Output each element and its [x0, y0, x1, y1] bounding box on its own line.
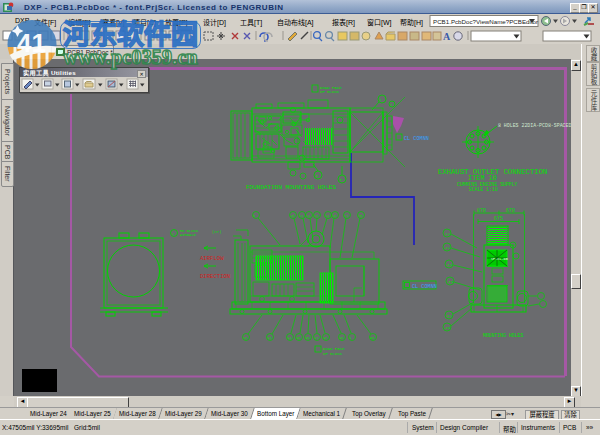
svg-text:12: 12: [306, 214, 310, 218]
svg-text:46: 46: [305, 336, 309, 340]
svg-text:44: 44: [287, 336, 291, 340]
svg-text:8: 8: [253, 214, 255, 218]
svg-text:CL COMNN: CL COMNN: [412, 284, 437, 290]
svg-text:MOUNTING HOLES: MOUNTING HOLES: [483, 333, 523, 338]
svg-text:90: 90: [370, 336, 374, 340]
svg-text:OF BLOCK: OF BLOCK: [320, 90, 340, 94]
svg-text:675: 675: [494, 216, 503, 222]
svg-text:10: 10: [290, 214, 294, 218]
svg-text:40: 40: [445, 326, 450, 330]
svg-text:14: 14: [325, 214, 329, 218]
svg-text:D: D: [316, 174, 318, 178]
svg-text:48: 48: [323, 336, 327, 340]
svg-text:(CT): (CT): [212, 230, 222, 234]
svg-text:61: 61: [447, 314, 452, 318]
svg-text:41: 41: [445, 246, 450, 250]
svg-text:FOUNDATION MOUNTING HOLES: FOUNDATION MOUNTING HOLES: [246, 184, 336, 191]
svg-text:670: 670: [506, 208, 515, 214]
svg-text:AIRFLOW: AIRFLOW: [200, 255, 224, 262]
svg-text:4: 4: [349, 336, 351, 340]
svg-text:OF BLOCK: OF BLOCK: [323, 352, 343, 356]
svg-text:29: 29: [243, 336, 247, 340]
svg-text:1: 1: [172, 232, 174, 236]
svg-text:20: 20: [358, 214, 362, 218]
svg-text:15: 15: [332, 214, 336, 218]
svg-text:43: 43: [267, 336, 271, 340]
svg-text:870: 870: [477, 208, 486, 214]
svg-text:49: 49: [339, 336, 343, 340]
svg-text:13: 13: [314, 214, 318, 218]
svg-text:47: 47: [314, 336, 318, 340]
svg-text:12: 12: [445, 232, 450, 236]
svg-text:4: 4: [379, 98, 381, 102]
svg-text:DIRECTION: DIRECTION: [200, 273, 230, 280]
svg-text:DEAD FACE: DEAD FACE: [323, 347, 345, 351]
svg-text:17: 17: [344, 214, 348, 218]
svg-text:CL COMNN: CL COMNN: [404, 136, 429, 142]
svg-text:44: 44: [447, 263, 452, 267]
svg-text:43: 43: [448, 280, 453, 284]
svg-text:SCALE 1:10: SCALE 1:10: [469, 187, 498, 192]
svg-text:45: 45: [296, 336, 300, 340]
svg-text:AIRDALE: AIRDALE: [180, 233, 197, 237]
svg-text:A: A: [443, 31, 451, 42]
svg-text:SP-CL-DB: SP-CL-DB: [491, 257, 508, 261]
svg-text:PCB1.PcbDoc?ViewName?PCBEditor: PCB1.PcbDoc?ViewName?PCBEditor: [433, 18, 538, 25]
svg-text:7: 7: [390, 103, 392, 107]
svg-text:8 HOLES 22DIA-PCD8-SPACED: 8 HOLES 22DIA-PCD8-SPACED: [498, 123, 571, 128]
svg-text:11: 11: [299, 214, 303, 218]
svg-text:E: E: [340, 178, 342, 182]
